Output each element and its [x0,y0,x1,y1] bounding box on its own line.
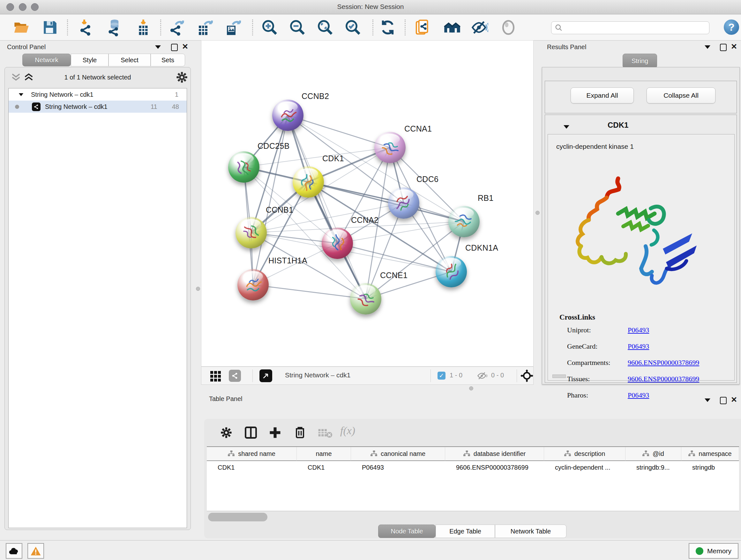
results-panel-collapse-icon[interactable] [704,45,711,49]
zoom-fit-icon[interactable] [317,19,334,36]
open-session-icon[interactable] [13,19,30,36]
delete-column-icon[interactable] [293,425,307,440]
warnings-button[interactable] [27,543,44,559]
export-image-icon[interactable] [224,19,241,36]
string-network-icon[interactable] [229,370,241,382]
selected-nodes-checkbox[interactable]: ✓ [437,372,446,380]
grid-mode-icon[interactable] [210,371,221,381]
network-row[interactable]: String Network – cdk1 11 48 [9,101,187,113]
show-panel-eye-icon[interactable] [500,19,517,36]
control-panel-tabs: Network Style Select Sets [22,54,185,66]
crosslink-label: Uniprot: [567,326,628,334]
hide-panel-eye-icon[interactable] [471,19,488,36]
tab-network-table[interactable]: Network Table [495,524,566,538]
gene-card-expander-icon[interactable] [563,125,569,129]
import-table-icon[interactable] [135,19,152,36]
save-session-icon[interactable] [42,19,59,36]
table-panel-float-icon[interactable] [720,397,727,404]
column-header-namespace[interactable]: namespace [681,447,739,461]
birds-eye-view-icon[interactable] [259,369,272,382]
tree-expander-icon[interactable] [19,93,23,96]
tab-style[interactable]: Style [71,54,109,66]
hidden-eye-icon[interactable] [476,371,488,381]
network-node-HIST1H1A[interactable] [238,269,269,300]
network-node-CDKN1A[interactable] [435,256,467,287]
network-node-CDC6[interactable] [388,187,419,219]
bottom-splitter-handle[interactable] [469,386,473,390]
right-splitter-handle[interactable] [536,211,540,215]
control-panel-collapse-icon[interactable] [155,45,161,49]
table-panel-close-icon[interactable]: ✕ [731,396,737,403]
home-icon[interactable] [444,19,461,36]
tab-edge-table[interactable]: Edge Table [435,524,495,538]
table-panel-collapse-icon[interactable] [704,398,711,402]
network-canvas[interactable]: CCNB2 CCNA1 CDC25B CDK1 CDC6 RB1 CCNB1 C… [201,40,534,367]
crosslink-link[interactable]: P06493 [628,391,649,399]
show-columns-icon[interactable] [244,425,258,440]
tab-sets[interactable]: Sets [151,54,185,66]
search-box[interactable] [551,21,710,34]
results-panel-float-icon[interactable] [720,44,727,51]
table-cell: CDK1 [207,461,297,474]
network-node-CCNA1[interactable] [374,132,406,163]
table-row[interactable]: CDK1CDK1P064939606.ENSP00000378699cyclin… [207,461,739,474]
function-builder-icon[interactable]: f(x) [340,425,355,437]
column-header-@id[interactable]: @id [625,447,681,461]
add-column-icon[interactable] [268,425,282,440]
network-node-RB1[interactable] [448,206,480,237]
protein-thumbnail [435,256,467,287]
crosslink-label: Compartments: [567,359,628,367]
crosslink-link[interactable]: 9606.ENSP00000378699 [628,359,699,367]
collapse-all-button[interactable]: Collapse All [647,87,716,104]
export-network-icon[interactable] [169,19,186,36]
crosslink-row: Tissues: 9606.ENSP00000378699 [567,375,727,383]
crosslink-link[interactable]: P06493 [628,326,649,334]
network-node-CCNE1[interactable] [350,283,381,314]
tab-select[interactable]: Select [109,54,151,66]
import-network-database-icon[interactable] [106,19,123,36]
column-header-database-identifier[interactable]: database identifier [445,447,544,461]
results-panel-close-icon[interactable]: ✕ [731,44,737,50]
fit-selected-crosshair-icon[interactable] [521,369,533,382]
zoom-selected-icon[interactable] [344,19,361,36]
column-header-shared-name[interactable]: shared name [207,447,297,461]
network-node-CDC25B[interactable] [228,151,259,183]
tab-node-table[interactable]: Node Table [378,524,435,538]
network-node-CDK1[interactable] [293,166,324,198]
help-icon[interactable]: ? [724,19,739,35]
mini-scrollbar[interactable] [552,374,566,378]
network-node-CCNB2[interactable] [272,100,304,131]
column-header-canonical-name[interactable]: canonical name [351,447,445,461]
delete-table-icon[interactable] [318,428,333,439]
network-node-CCNB1[interactable] [235,217,267,248]
column-header-name[interactable]: name [297,447,351,461]
memory-button[interactable]: Memory [689,543,738,559]
column-header-description[interactable]: description [544,447,625,461]
gear-icon[interactable] [175,71,189,84]
selected-count: 1 - 0 [450,372,462,379]
crosslink-link[interactable]: 9606.ENSP00000378699 [628,375,699,383]
control-panel-float-icon[interactable] [171,44,178,51]
export-table-icon[interactable] [196,19,213,36]
control-panel-close-icon[interactable]: ✕ [182,44,188,50]
tab-string[interactable]: String [623,54,657,68]
network-collection-row[interactable]: String Network – cdk1 1 [9,88,187,101]
search-input[interactable] [563,24,704,32]
expand-all-button[interactable]: Expand All [570,87,634,104]
refresh-icon[interactable] [379,19,396,36]
node-table-header: shared namenamecanonical namedatabase id… [207,447,739,461]
crosslink-link[interactable]: P06493 [628,342,649,351]
zoom-in-icon[interactable] [261,19,278,36]
import-network-icon[interactable] [78,19,96,36]
node-label-CCNB2: CCNB2 [301,91,329,101]
table-gear-icon[interactable] [219,426,233,439]
network-node-CCNA2[interactable] [322,228,353,259]
edge-count: 48 [172,103,179,111]
network-edge [288,115,366,299]
tab-network[interactable]: Network [22,54,71,66]
zoom-out-icon[interactable] [289,19,306,36]
table-horizontal-scrollbar[interactable] [208,513,267,521]
open-in-browser-icon[interactable] [414,19,431,36]
cloud-button[interactable] [6,543,22,559]
left-splitter-handle[interactable] [196,287,200,291]
